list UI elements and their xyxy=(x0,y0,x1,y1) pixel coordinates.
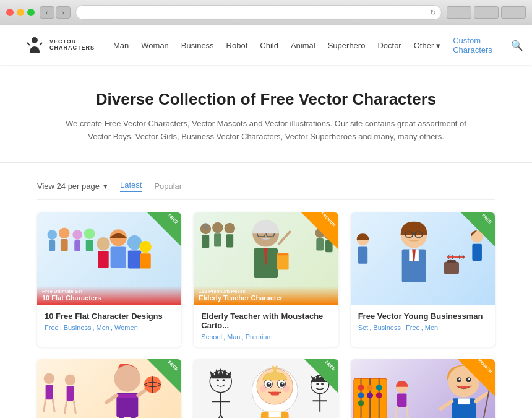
svg-point-100 xyxy=(367,385,373,391)
back-button[interactable]: ‹ xyxy=(40,6,54,19)
svg-point-101 xyxy=(367,392,373,398)
card-2-title: Elderly Teacher with Moustache Carto... xyxy=(201,311,330,330)
nav-business[interactable]: Business xyxy=(181,41,214,50)
card-1-tags: Free, Business, Men, Women xyxy=(45,324,174,331)
card-3[interactable]: FREE Free Vector Young Businessman Set, … xyxy=(351,212,495,347)
svg-point-69 xyxy=(217,379,219,381)
svg-point-3 xyxy=(59,227,69,238)
svg-point-22 xyxy=(225,222,235,233)
card-3-tags: Set, Business, Free, Men xyxy=(358,324,487,331)
traffic-lights xyxy=(6,9,35,16)
svg-rect-85 xyxy=(271,391,280,395)
nav-superhero[interactable]: Superhero xyxy=(328,41,366,50)
svg-rect-87 xyxy=(269,411,281,417)
svg-line-57 xyxy=(65,401,67,412)
svg-rect-43 xyxy=(358,246,367,263)
svg-rect-52 xyxy=(46,385,53,399)
card-5-image: FREE Free Vector Hand Drawn Vector Boy xyxy=(194,359,338,418)
svg-point-97 xyxy=(358,385,364,391)
tab-popular[interactable]: Popular xyxy=(154,181,182,191)
svg-rect-61 xyxy=(118,394,137,398)
card-2-info: Elderly Teacher with Moustache Carto... … xyxy=(194,305,338,347)
nav-other[interactable]: Other ▾ xyxy=(414,41,441,50)
search-icon[interactable]: 🔍 xyxy=(511,40,523,51)
tag-men[interactable]: Men xyxy=(425,324,438,331)
nav-custom-characters[interactable]: Custom Characters xyxy=(453,36,492,54)
svg-line-53 xyxy=(44,399,46,411)
card-1[interactable]: FREE Free Ultimate Set 10 Flat Character… xyxy=(37,212,181,347)
address-bar[interactable]: ↻ xyxy=(75,5,442,20)
card-1-info: 10 Free Flat Character Designs Free, Bus… xyxy=(37,305,181,337)
nav-animal[interactable]: Animal xyxy=(291,41,315,50)
card-1-image: FREE Free Ultimate Set 10 Flat Character… xyxy=(37,212,181,305)
svg-point-83 xyxy=(260,385,267,393)
logo[interactable]: VECTOR CHARACTERS xyxy=(25,35,95,55)
nav-child[interactable]: Child xyxy=(260,41,278,50)
svg-point-82 xyxy=(282,382,284,384)
refresh-icon[interactable]: ↻ xyxy=(430,8,436,17)
svg-rect-12 xyxy=(98,251,108,268)
browser-btn-2[interactable] xyxy=(474,6,499,19)
maximize-button[interactable] xyxy=(27,9,35,16)
svg-point-99 xyxy=(358,400,364,406)
per-page-label: View 24 per page xyxy=(37,181,100,191)
svg-line-58 xyxy=(74,401,75,412)
tab-latest[interactable]: Latest xyxy=(120,180,142,192)
card-2[interactable]: PREMIUM 112 Premium Poses Elderly Teache… xyxy=(194,212,338,347)
chevron-down-icon[interactable]: ▾ xyxy=(103,181,108,191)
svg-rect-14 xyxy=(128,250,141,268)
hero-title: Diverse Collection of Free Vector Charac… xyxy=(37,90,495,109)
tag-school[interactable]: School xyxy=(201,333,222,341)
card-2-label-main: Elderly Teacher Character xyxy=(199,294,333,302)
nav-robot[interactable]: Robot xyxy=(226,41,248,50)
cards-grid: FREE Free Ultimate Set 10 Flat Character… xyxy=(37,212,495,418)
svg-point-102 xyxy=(375,385,382,391)
card-1-label-bar: Free Ultimate Set 10 Flat Characters xyxy=(37,286,181,305)
card-1-title: 10 Free Flat Character Designs xyxy=(45,311,174,321)
browser-btn-3[interactable] xyxy=(501,6,526,19)
nav-woman[interactable]: Woman xyxy=(141,41,169,50)
svg-rect-18 xyxy=(202,235,210,248)
nav-man[interactable]: Man xyxy=(113,41,129,50)
per-page-control: View 24 per page ▾ xyxy=(37,181,108,191)
tag-business[interactable]: Business xyxy=(373,324,401,331)
browser-btn-1[interactable] xyxy=(447,6,471,19)
svg-rect-6 xyxy=(74,240,80,250)
tag-women[interactable]: Women xyxy=(114,324,138,331)
card-3-title: Free Vector Young Businessman xyxy=(358,311,487,321)
forward-button[interactable]: › xyxy=(56,6,71,19)
card-6-image: PREMIUM 112 Premium Poses Cartoon Teache… xyxy=(351,359,495,418)
svg-point-11 xyxy=(97,237,109,250)
card-6[interactable]: PREMIUM 112 Premium Poses Cartoon Teache… xyxy=(351,359,495,418)
nav-doctor[interactable]: Doctor xyxy=(377,41,401,50)
svg-point-1 xyxy=(48,230,58,240)
card-2-image: PREMIUM 112 Premium Poses Elderly Teache… xyxy=(194,212,338,305)
svg-point-51 xyxy=(44,373,54,383)
tag-business[interactable]: Business xyxy=(64,324,92,331)
minimize-button[interactable] xyxy=(17,9,24,16)
close-button[interactable] xyxy=(6,9,14,16)
card-5[interactable]: FREE Free Vector Hand Drawn Vector Boy F… xyxy=(194,359,338,418)
svg-point-84 xyxy=(283,385,290,393)
svg-rect-23 xyxy=(226,234,234,247)
tag-free[interactable]: Free xyxy=(406,324,420,331)
svg-rect-112 xyxy=(458,398,470,404)
svg-point-19 xyxy=(202,222,210,230)
card-4[interactable]: FREE Free Ultimate Set Female Cartoon Ba… xyxy=(37,359,181,418)
card-6-badge: PREMIUM xyxy=(458,359,495,396)
tag-set[interactable]: Set xyxy=(358,324,369,331)
card-2-badge: PREMIUM xyxy=(301,212,338,250)
tag-man[interactable]: Man xyxy=(227,333,240,341)
svg-rect-16 xyxy=(140,253,150,268)
tag-men[interactable]: Men xyxy=(97,324,109,331)
svg-rect-56 xyxy=(67,386,74,401)
card-2-tags: School, Man, Premium xyxy=(201,333,330,341)
tag-premium[interactable]: Premium xyxy=(246,333,273,341)
svg-rect-2 xyxy=(49,240,55,250)
svg-rect-30 xyxy=(277,253,288,255)
chevron-down-icon: ▾ xyxy=(436,41,440,50)
card-2-label-sub: 112 Premium Poses xyxy=(199,289,333,294)
svg-rect-8 xyxy=(86,239,93,250)
tag-free[interactable]: Free xyxy=(45,324,59,331)
svg-point-9 xyxy=(110,229,127,246)
